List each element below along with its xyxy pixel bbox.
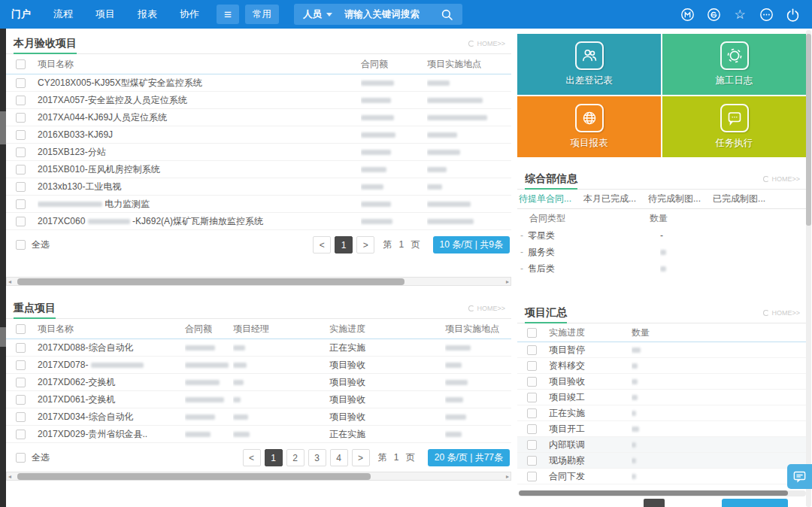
row-checkbox[interactable] bbox=[16, 182, 26, 192]
tile-3[interactable]: 项目报表 bbox=[517, 96, 661, 157]
row-checkbox[interactable] bbox=[527, 345, 537, 355]
row-checkbox[interactable] bbox=[527, 440, 537, 450]
project-name-link[interactable]: 2017XD061-交换机 bbox=[38, 393, 185, 406]
nav-item-collab[interactable]: 协作 bbox=[168, 0, 211, 29]
row-checkbox[interactable] bbox=[527, 472, 537, 481]
search-scope-dropdown[interactable]: 人员 bbox=[303, 8, 332, 21]
row-checkbox[interactable] bbox=[16, 165, 26, 175]
page-button[interactable]: 3 bbox=[308, 449, 326, 466]
scrollbar-thumb[interactable] bbox=[17, 278, 404, 285]
quick-access-button[interactable]: 常用 bbox=[245, 5, 279, 24]
row-checkbox[interactable] bbox=[527, 408, 537, 418]
row-checkbox[interactable] bbox=[16, 78, 26, 88]
project-name-link[interactable]: 2013xb130-工业电视 bbox=[38, 181, 361, 193]
hamburger-button[interactable]: ≡ bbox=[217, 5, 239, 24]
scrollbar-thumb[interactable] bbox=[17, 473, 371, 480]
row-checkbox[interactable] bbox=[16, 378, 26, 387]
vertical-scrollbar[interactable] bbox=[806, 30, 811, 507]
tile-2[interactable]: 施工日志 bbox=[662, 34, 806, 95]
tab-pending-drawings[interactable]: 待完成制图... bbox=[648, 193, 701, 205]
select-all-checkbox[interactable] bbox=[16, 59, 26, 69]
row-checkbox[interactable] bbox=[527, 424, 537, 434]
prev-page-button[interactable]: < bbox=[243, 449, 261, 466]
project-name-link[interactable]: 2017XC060 -KJ692(A)煤矿瓦斯抽放监控系统 bbox=[38, 215, 361, 228]
page-size-badge[interactable]: 10 条/页 | 共9条 bbox=[433, 236, 510, 254]
star-icon[interactable]: ☆ bbox=[732, 7, 747, 22]
page-button-current[interactable]: 1 bbox=[335, 236, 353, 254]
nav-item-project[interactable]: 项目 bbox=[84, 0, 126, 29]
page-button[interactable]: 4 bbox=[330, 449, 348, 466]
page-button[interactable]: 1 bbox=[265, 449, 283, 466]
project-name-link[interactable]: 2017XA057-安全监控及人员定位系统 bbox=[38, 94, 361, 107]
select-all-checkbox[interactable] bbox=[16, 240, 26, 250]
row-checkbox[interactable] bbox=[16, 412, 26, 422]
prev-page-button[interactable]: < bbox=[313, 236, 331, 254]
row-checkbox[interactable] bbox=[16, 199, 26, 209]
page-button[interactable]: 2 bbox=[286, 449, 304, 466]
project-name-link[interactable]: 2017XD029-贵州省织金县.. bbox=[38, 428, 185, 441]
project-name-link[interactable]: 2015XB123-分站 bbox=[38, 146, 361, 159]
search-icon[interactable] bbox=[441, 8, 453, 21]
select-all-checkbox[interactable] bbox=[527, 328, 537, 338]
page-button-current[interactable] bbox=[644, 499, 665, 507]
project-name-link[interactable]: 2017XD062-交换机 bbox=[38, 376, 185, 389]
row-checkbox[interactable] bbox=[16, 343, 26, 353]
project-name-link[interactable]: 2016XB033-KJ69J bbox=[38, 129, 361, 140]
left-scroll-thumb[interactable] bbox=[0, 111, 6, 144]
scroll-left-icon[interactable]: ◂ bbox=[8, 473, 11, 480]
message-circle-icon[interactable] bbox=[706, 7, 721, 22]
project-name-link[interactable]: 2017XD078- bbox=[38, 360, 185, 370]
tab-completed-drawings[interactable]: 已完成制图... bbox=[713, 193, 765, 205]
scroll-left-icon[interactable]: ◂ bbox=[8, 278, 11, 285]
left-sidebar-strip[interactable] bbox=[0, 29, 6, 507]
project-name-link[interactable]: CY2018X005-KJ95X型煤矿安全监控系统 bbox=[38, 77, 361, 90]
next-page-button[interactable]: > bbox=[356, 236, 374, 254]
row-checkbox[interactable] bbox=[527, 361, 537, 371]
page-size-badge[interactable] bbox=[722, 499, 788, 507]
section-more-link[interactable]: HOME>> bbox=[468, 40, 505, 47]
ellipsis-circle-icon[interactable] bbox=[759, 7, 774, 22]
nav-item-report[interactable]: 报表 bbox=[126, 0, 168, 29]
project-name-link[interactable]: 2017XD088-综合自动化 bbox=[38, 342, 185, 354]
section-more-link[interactable]: HOME>> bbox=[763, 309, 800, 317]
horizontal-scrollbar[interactable]: ◂ ▸ bbox=[6, 472, 511, 481]
tile-4[interactable]: 任务执行 bbox=[662, 96, 806, 157]
row-checkbox[interactable] bbox=[16, 113, 26, 123]
m-circle-icon[interactable] bbox=[680, 7, 695, 22]
tile-1[interactable]: 出差登记表 bbox=[517, 34, 661, 95]
row-checkbox[interactable] bbox=[16, 96, 26, 105]
tab-month-completed[interactable]: 本月已完成... bbox=[583, 193, 636, 205]
row-checkbox[interactable] bbox=[16, 395, 26, 405]
scroll-right-icon[interactable]: ▸ bbox=[506, 278, 509, 285]
project-name-link[interactable]: 2017XA044-KJ69J人员定位系统 bbox=[38, 111, 361, 124]
scroll-right-icon[interactable]: ▸ bbox=[506, 473, 509, 480]
select-all[interactable]: 全选 bbox=[16, 238, 50, 251]
row-checkbox[interactable] bbox=[16, 130, 26, 140]
section-more-link[interactable]: HOME>> bbox=[468, 305, 505, 312]
scrollbar-thumb[interactable] bbox=[806, 34, 811, 226]
select-all-checkbox[interactable] bbox=[16, 453, 26, 463]
row-checkbox[interactable] bbox=[527, 393, 537, 402]
row-checkbox[interactable] bbox=[527, 377, 537, 387]
project-name-link[interactable]: 2017XD034-综合自动化 bbox=[38, 411, 185, 424]
next-page-button[interactable]: > bbox=[352, 449, 370, 466]
horizontal-scrollbar[interactable] bbox=[519, 490, 806, 496]
search-input[interactable] bbox=[344, 9, 435, 20]
left-scroll-thumb[interactable] bbox=[0, 327, 6, 347]
project-name-link[interactable]: 电力监测监 bbox=[38, 198, 361, 211]
select-all-checkbox[interactable] bbox=[16, 324, 26, 334]
chat-floating-button[interactable] bbox=[787, 464, 812, 489]
row-checkbox[interactable] bbox=[16, 430, 26, 439]
row-checkbox[interactable] bbox=[527, 456, 537, 466]
horizontal-scrollbar[interactable]: ◂ ▸ bbox=[6, 277, 511, 286]
tab-pending-contracts[interactable]: 待提单合同... bbox=[519, 193, 571, 205]
project-name-link[interactable]: 2015XB010-压风机房控制系统 bbox=[38, 163, 361, 176]
row-checkbox[interactable] bbox=[16, 217, 26, 226]
scrollbar-thumb[interactable] bbox=[519, 490, 788, 496]
row-checkbox[interactable] bbox=[16, 360, 26, 370]
nav-item-portal[interactable]: 门户 bbox=[0, 0, 42, 29]
section-more-link[interactable]: HOME>> bbox=[763, 175, 800, 183]
row-checkbox[interactable] bbox=[16, 147, 26, 157]
power-icon[interactable] bbox=[785, 7, 800, 22]
page-size-badge[interactable]: 20 条/页 | 共77条 bbox=[428, 449, 510, 466]
